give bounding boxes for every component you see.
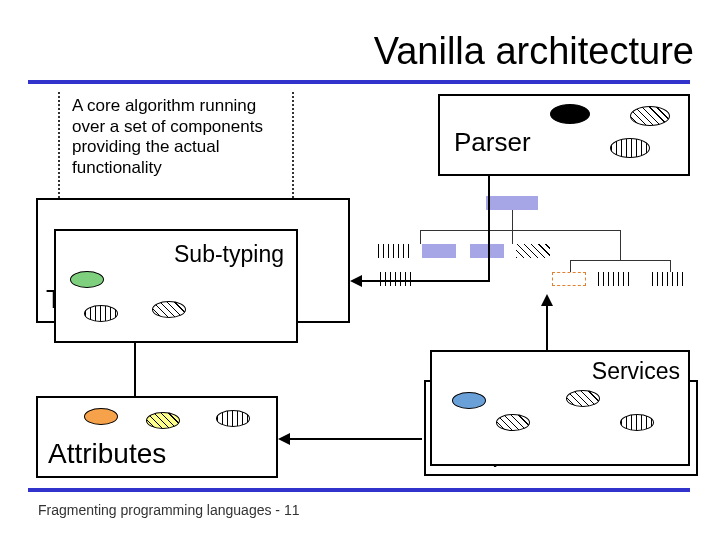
callout-line-right: [292, 92, 294, 198]
sub-typing-box: Sub-typing: [54, 229, 298, 343]
bean-icon: [84, 305, 118, 322]
bean-icon: [216, 410, 250, 427]
tree-node: [516, 244, 550, 258]
bean-icon: [70, 271, 104, 288]
footer-text: Fragmenting programming languages - 11: [38, 502, 299, 518]
attributes-box: Attributes: [36, 396, 278, 478]
title-rule: [28, 80, 690, 84]
slide-title: Vanilla architecture: [374, 30, 694, 73]
bean-icon: [84, 408, 118, 425]
arrow-head-icon: [350, 275, 362, 287]
services-label: Services: [592, 358, 680, 385]
arrow-parser-to-typechecker: [352, 280, 490, 282]
arrow-interpreter-to-attributes: [280, 438, 422, 440]
sub-typing-label: Sub-typing: [174, 241, 284, 268]
slide: Vanilla architecture A core algorithm ru…: [0, 0, 720, 540]
bean-icon: [566, 390, 600, 407]
tree-node: [552, 272, 586, 286]
tree-node: [486, 196, 538, 210]
parser-box: Parser: [438, 94, 690, 176]
tree-node: [652, 272, 686, 286]
arrow-head-icon: [541, 294, 553, 306]
bean-icon: [146, 412, 180, 429]
bean-icon: [620, 414, 654, 431]
bean-icon: [630, 106, 670, 126]
attributes-label: Attributes: [48, 438, 166, 470]
bean-icon: [152, 301, 186, 318]
tree-node: [378, 244, 412, 258]
bean-icon: [610, 138, 650, 158]
callout-line-left: [58, 92, 60, 198]
tree-node: [470, 244, 504, 258]
arrow-head-icon: [278, 433, 290, 445]
services-box: Services: [430, 350, 690, 466]
tree-node: [422, 244, 456, 258]
arrow-parser-to-typechecker: [488, 176, 490, 282]
bean-icon: [550, 104, 590, 124]
parser-label: Parser: [454, 127, 531, 158]
bean-icon: [496, 414, 530, 431]
description-text: A core algorithm running over a set of c…: [72, 96, 282, 179]
tree-node: [380, 272, 414, 286]
tree-node: [598, 272, 632, 286]
footer-rule: [28, 488, 690, 492]
bean-icon: [452, 392, 486, 409]
